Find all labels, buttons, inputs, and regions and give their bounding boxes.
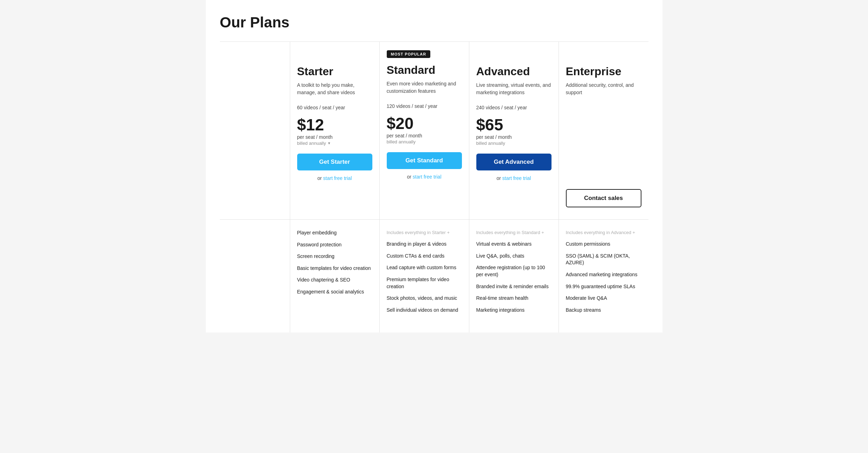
free-trial-advanced: or start free trial [476,175,552,181]
feature-standard-5: Sell individual videos on demand [387,307,462,314]
plan-price-advanced: $65 [476,117,552,133]
free-trial-link-advanced[interactable]: start free trial [502,175,531,181]
plan-price-starter: $12 [297,117,372,133]
plan-name-enterprise: Enterprise [566,65,641,78]
plan-videos-standard: 120 videos / seat / year [387,103,462,109]
free-trial-starter: or start free trial [297,175,372,181]
features-includes-standard: Includes everything in Starter + [387,229,462,236]
feature-enterprise-1: SSO (SAML) & SCIM (OKTA, AZURE) [566,253,641,266]
feature-enterprise-4: Moderate live Q&A [566,295,641,302]
feature-advanced-0: Virtual events & webinars [476,241,552,248]
contact-sales-button[interactable]: Contact sales [566,189,641,207]
free-trial-link-standard[interactable]: start free trial [413,174,442,180]
plan-header-enterprise: Enterprise Additional security, control,… [559,42,648,219]
feature-standard-0: Branding in player & videos [387,241,462,248]
feature-enterprise-5: Backup streams [566,307,641,314]
plan-header-standard: MOST POPULAR Standard Even more video ma… [380,42,469,219]
plan-price-label-standard: per seat / month [387,133,462,138]
plan-price-label-starter: per seat / month [297,134,372,140]
features-col-enterprise: Includes everything in Advanced + Custom… [559,220,648,332]
feature-standard-1: Custom CTAs & end cards [387,253,462,260]
feature-standard-3: Premium templates for video creation [387,276,462,290]
billed-annually-standard: billed annually [387,139,462,144]
feature-advanced-4: Real-time stream health [476,295,552,302]
plan-desc-standard: Even more video marketing and customizat… [387,80,462,97]
feature-advanced-2: Attendee registration (up to 100 per eve… [476,264,552,278]
plan-videos-advanced: 240 videos / seat / year [476,105,552,110]
feature-starter-1: Password protection [297,241,372,248]
plan-desc-advanced: Live streaming, virtual events, and mark… [476,82,552,98]
feature-starter-2: Screen recording [297,253,372,260]
chevron-icon-starter: ▼ [327,141,331,145]
get-standard-button[interactable]: Get Standard [387,152,462,169]
feature-starter-3: Basic templates for video creation [297,265,372,272]
plan-desc-enterprise: Additional security, control, and suppor… [566,82,641,98]
feature-enterprise-2: Advanced marketing integrations [566,271,641,278]
plan-name-starter: Starter [297,65,372,78]
no-badge-spacer-enterprise [566,50,641,64]
empty-header-cell [220,42,290,219]
feature-standard-4: Stock photos, videos, and music [387,295,462,302]
features-col-starter: Player embedding Password protection Scr… [290,220,380,332]
features-col-advanced: Includes everything in Standard + Virtua… [469,220,559,332]
most-popular-badge: MOST POPULAR [387,50,462,62]
billed-annually-advanced: billed annually [476,141,552,146]
no-badge-spacer-advanced [476,50,552,64]
plan-desc-starter: A toolkit to help you make, manage, and … [297,82,372,98]
plan-name-advanced: Advanced [476,65,552,78]
empty-features-cell [220,220,290,332]
plan-price-standard: $20 [387,115,462,131]
plan-price-label-advanced: per seat / month [476,134,552,140]
feature-advanced-5: Marketing integrations [476,307,552,314]
plan-header-starter: Starter A toolkit to help you make, mana… [290,42,380,219]
plan-name-standard: Standard [387,64,462,77]
plan-videos-starter: 60 videos / seat / year [297,105,372,110]
features-includes-enterprise: Includes everything in Advanced + [566,229,641,236]
get-starter-button[interactable]: Get Starter [297,154,372,170]
feature-advanced-1: Live Q&A, polls, chats [476,253,552,260]
free-trial-standard: or start free trial [387,174,462,180]
feature-starter-4: Video chaptering & SEO [297,277,372,284]
feature-starter-5: Engagement & social analytics [297,289,372,296]
features-includes-advanced: Includes everything in Standard + [476,229,552,236]
feature-standard-2: Lead capture with custom forms [387,264,462,271]
billed-annually-starter: billed annually ▼ [297,141,372,146]
free-trial-link-starter[interactable]: start free trial [323,175,352,181]
feature-advanced-3: Branded invite & reminder emails [476,283,552,290]
feature-enterprise-0: Custom permissions [566,241,641,248]
get-advanced-button[interactable]: Get Advanced [476,154,552,170]
feature-enterprise-3: 99.9% guaranteed uptime SLAs [566,283,641,290]
features-col-standard: Includes everything in Starter + Brandin… [380,220,469,332]
no-badge-spacer-starter [297,50,372,64]
feature-starter-0: Player embedding [297,229,372,237]
page-title: Our Plans [220,14,648,31]
plan-header-advanced: Advanced Live streaming, virtual events,… [469,42,559,219]
